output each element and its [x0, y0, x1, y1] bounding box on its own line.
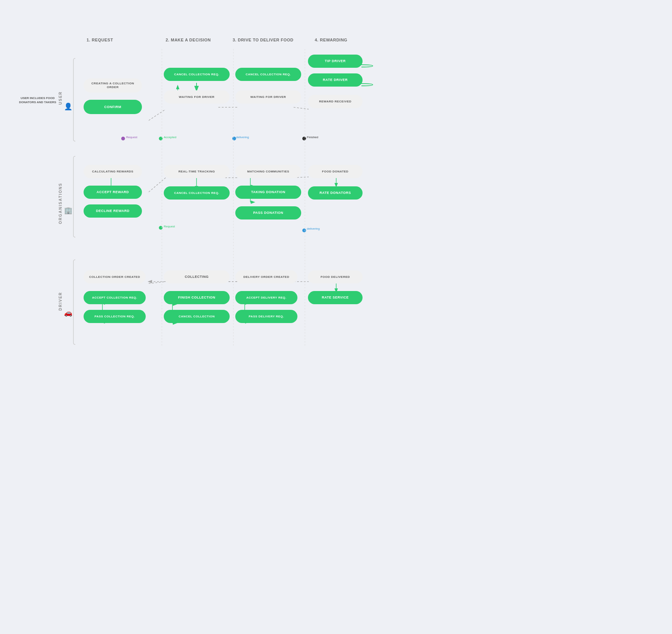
- node-pass-donation[interactable]: PASS DONATION: [235, 206, 301, 219]
- node-creating-order: CREATING A COLLECTION ORDER: [84, 78, 142, 93]
- svg-point-6: [302, 137, 306, 140]
- svg-point-4: [159, 137, 163, 140]
- phase-label-delivering-1: delivering: [236, 136, 249, 139]
- node-collecting: COLLECTING: [164, 270, 230, 283]
- node-collection-order-created: COLLECTION ORDER CREATED: [84, 270, 146, 283]
- col-header-decision: 2. MAKE A DECISION: [166, 38, 211, 42]
- svg-line-23: [149, 282, 166, 283]
- node-pass-delivery[interactable]: PASS DELIVERY REQ.: [235, 310, 297, 323]
- node-rate-donators[interactable]: RATE DONATORS: [308, 186, 363, 200]
- col-header-drive: 3. DRIVE TO DELIVER FOOD: [233, 38, 294, 42]
- node-tip-driver[interactable]: TIP DRIVER: [308, 55, 363, 68]
- node-waiting-driver-2: WAITING FOR DRIVER: [235, 90, 301, 104]
- node-cancel-collection-3[interactable]: CANCEL COLLECTION REQ.: [164, 186, 230, 200]
- node-food-delivered: FOOD DELIVERED: [308, 270, 363, 283]
- node-taking-donation[interactable]: TAKING DONATION: [235, 186, 301, 199]
- svg-point-5: [232, 137, 236, 140]
- node-cancel-collection-1[interactable]: CANCEL COLLECTION REQ.: [164, 68, 230, 81]
- node-confirm[interactable]: CONFIRM: [84, 100, 142, 114]
- svg-line-0: [149, 109, 166, 120]
- svg-point-8: [302, 229, 306, 232]
- node-pass-collection[interactable]: PASS COLLECTION REQ.: [84, 310, 146, 323]
- node-real-time-tracking: REAL-TIME TRACKING: [164, 165, 230, 178]
- diagram-container: 1. REQUEST 2. MAKE A DECISION 3. DRIVE T…: [0, 0, 672, 634]
- node-decline-reward[interactable]: DECLINE REWARD: [84, 204, 142, 218]
- node-waiting-driver-1: WAITING FOR DRIVER: [164, 90, 230, 104]
- svg-line-2: [294, 107, 309, 109]
- node-delivery-order-created: DELIVERY ORDER CREATED: [235, 270, 297, 283]
- svg-point-3: [121, 137, 125, 140]
- node-rate-driver[interactable]: RATE DRIVER: [308, 73, 363, 87]
- row-label-organisations: ORGANISATIONS: [58, 181, 62, 226]
- user-avatar: 👤: [64, 102, 72, 111]
- node-cancel-collection-2[interactable]: CANCEL COLLECTION REQ.: [235, 68, 301, 81]
- node-food-donated: FOOD DONATED: [308, 165, 363, 178]
- node-rate-service[interactable]: RATE SERVICE: [308, 291, 363, 304]
- node-reward-received: REWARD RECEIVED: [308, 95, 363, 108]
- node-cancel-collection-4[interactable]: CANCEL COLLECTION: [164, 310, 230, 323]
- col-header-request: 1. REQUEST: [87, 38, 113, 42]
- svg-point-7: [159, 226, 163, 230]
- org-avatar: 🏢: [64, 206, 72, 215]
- node-matching-communities: MATCHING COMMUNITIES: [235, 165, 301, 178]
- node-finish-collection[interactable]: FINISH COLLECTION: [164, 291, 230, 304]
- svg-line-20: [149, 178, 166, 192]
- phase-label-finished: Finished: [307, 136, 318, 139]
- node-calculating-rewards: CALCULATING REWARDS: [84, 165, 142, 178]
- col-header-reward: 4. REWARDING: [315, 38, 347, 42]
- row-label-user-sub: USER INCLUDES FOODDONATORS AND TAKERS: [15, 96, 60, 104]
- node-accept-collection[interactable]: ACCEPT COLLECTION REQ.: [84, 291, 146, 304]
- phase-label-accepted: Accepted: [164, 136, 176, 139]
- driver-avatar: 🚗: [64, 309, 72, 317]
- node-accept-reward[interactable]: ACCEPT REWARD: [84, 186, 142, 199]
- phase-label-request-1: Request: [126, 136, 137, 139]
- phase-label-request-2: Request: [164, 225, 175, 228]
- phase-label-delivering-2: delivering: [307, 227, 320, 230]
- row-label-driver: DRIVER: [58, 286, 62, 316]
- node-accept-delivery[interactable]: ACCEPT DELIVERY REQ.: [235, 291, 297, 304]
